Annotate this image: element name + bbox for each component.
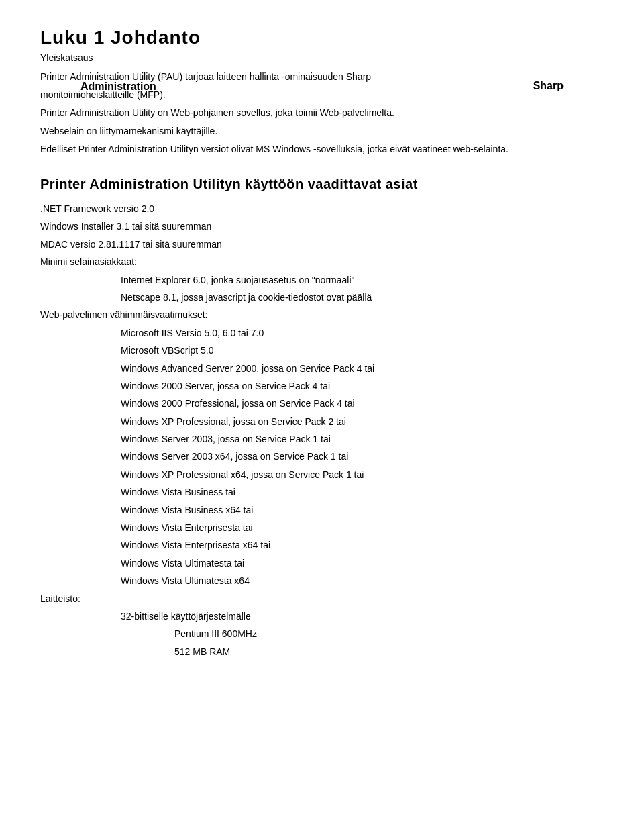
intro-line-5: Edelliset Printer Administration Utility… bbox=[40, 142, 604, 156]
webserver-item-14: Windows Vista Ultimatesta tai bbox=[40, 556, 604, 571]
webserver-item-5: Windows 2000 Professional, jossa on Serv… bbox=[40, 396, 604, 411]
webserver-item-6: Windows XP Professional, jossa on Servic… bbox=[40, 414, 604, 429]
webserver-item-15: Windows Vista Ultimatesta x64 bbox=[40, 573, 604, 588]
webserver-item-9: Windows XP Professional x64, jossa on Se… bbox=[40, 467, 604, 482]
browser-item-2: Netscape 8.1, jossa javascript ja cookie… bbox=[40, 290, 604, 305]
section-title: Printer Administration Utilityn käyttöön… bbox=[40, 177, 604, 192]
webserver-item-10: Windows Vista Business tai bbox=[40, 485, 604, 499]
hardware-label: Laitteisto: bbox=[40, 591, 604, 606]
webserver-item-3: Windows Advanced Server 2000, jossa on S… bbox=[40, 361, 604, 376]
webserver-item-1: Microsoft IIS Versio 5.0, 6.0 tai 7.0 bbox=[40, 326, 604, 340]
hardware-item-1: 32-bittiselle käyttöjärjestelmälle bbox=[40, 609, 604, 624]
webserver-item-4: Windows 2000 Server, jossa on Service Pa… bbox=[40, 379, 604, 393]
intro-line-3: Printer Administration Utility on Web-po… bbox=[40, 106, 604, 120]
webserver-item-13: Windows Vista Enterprisesta x64 tai bbox=[40, 538, 604, 552]
hardware-item-3: 512 MB RAM bbox=[40, 644, 604, 659]
sharp-label: Sharp bbox=[533, 80, 564, 92]
webserver-item-2: Microsoft VBScript 5.0 bbox=[40, 343, 604, 358]
page-title: Luku 1 Johdanto bbox=[40, 27, 604, 48]
browser-item-1: Internet Explorer 6.0, jonka suojausaset… bbox=[40, 273, 604, 287]
requirement-mdac: MDAC versio 2.81.1117 tai sitä suuremman bbox=[40, 237, 604, 252]
webserver-item-7: Windows Server 2003, jossa on Service Pa… bbox=[40, 432, 604, 446]
requirement-net: .NET Framework versio 2.0 bbox=[40, 201, 604, 216]
webserver-item-8: Windows Server 2003 x64, jossa on Servic… bbox=[40, 449, 604, 464]
intro-line-4: Webselain on liittymämekanismi käyttäjil… bbox=[40, 124, 604, 138]
webserver-label: Web-palvelimen vähimmäisvaatimukset: bbox=[40, 307, 604, 322]
hardware-item-2: Pentium III 600MHz bbox=[40, 626, 604, 641]
administration-label: Administration bbox=[80, 81, 156, 93]
requirement-installer: Windows Installer 3.1 tai sitä suuremman bbox=[40, 219, 604, 234]
requirement-browser-label: Minimi selainasiakkaat: bbox=[40, 254, 604, 269]
subtitle: Yleiskatsaus bbox=[40, 52, 604, 63]
webserver-item-11: Windows Vista Business x64 tai bbox=[40, 503, 604, 518]
webserver-item-12: Windows Vista Enterprisesta tai bbox=[40, 520, 604, 535]
